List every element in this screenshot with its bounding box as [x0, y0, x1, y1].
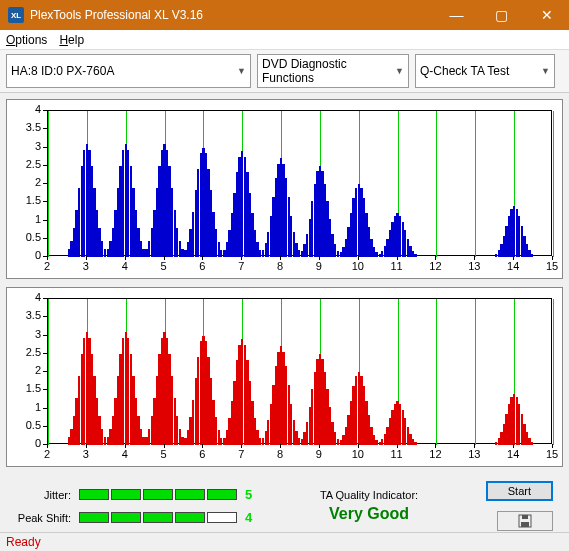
meter-seg	[79, 512, 109, 523]
meter-seg	[175, 489, 205, 500]
chart-bottom: 00.511.522.533.5423456789101112131415	[6, 287, 563, 467]
meter-seg	[175, 512, 205, 523]
ta-label: TA Quality Indicator:	[272, 489, 466, 501]
status-text: Ready	[6, 535, 41, 549]
titlebar: XL PlexTools Professional XL V3.16 ― ▢ ✕	[0, 0, 569, 30]
peakshift-label: Peak Shift:	[16, 512, 71, 524]
svg-rect-1	[522, 515, 528, 519]
jitter-meter	[79, 489, 237, 500]
meter-seg	[143, 512, 173, 523]
meter-seg	[111, 512, 141, 523]
meter-seg	[207, 489, 237, 500]
chevron-down-icon: ▼	[541, 66, 550, 76]
test-select[interactable]: Q-Check TA Test▼	[415, 54, 555, 88]
chevron-down-icon: ▼	[237, 66, 246, 76]
menu-options[interactable]: Options	[6, 33, 47, 47]
ta-value: Very Good	[272, 505, 466, 523]
minimize-button[interactable]: ―	[434, 0, 479, 30]
peakshift-value: 4	[245, 510, 252, 525]
function-select[interactable]: DVD Diagnostic Functions▼	[257, 54, 409, 88]
meter-seg	[143, 489, 173, 500]
jitter-row: Jitter: 5	[16, 487, 252, 502]
content-area: 00.511.522.533.5423456789101112131415 00…	[0, 93, 569, 543]
save-button[interactable]	[497, 511, 553, 531]
chevron-down-icon: ▼	[395, 66, 404, 76]
meter-seg	[207, 512, 237, 523]
meter-seg	[111, 489, 141, 500]
close-button[interactable]: ✕	[524, 0, 569, 30]
window-title: PlexTools Professional XL V3.16	[30, 8, 434, 22]
peakshift-meter	[79, 512, 237, 523]
jitter-label: Jitter:	[16, 489, 71, 501]
menubar: Options Help	[0, 30, 569, 50]
statusbar: Ready	[0, 532, 569, 551]
peakshift-row: Peak Shift: 4	[16, 510, 252, 525]
device-select[interactable]: HA:8 ID:0 PX-760A▼	[6, 54, 251, 88]
toolbar: HA:8 ID:0 PX-760A▼ DVD Diagnostic Functi…	[0, 50, 569, 93]
floppy-icon	[518, 514, 532, 528]
jitter-value: 5	[245, 487, 252, 502]
svg-rect-2	[521, 522, 529, 527]
menu-help[interactable]: Help	[59, 33, 84, 47]
start-button[interactable]: Start	[486, 481, 553, 501]
ta-indicator: TA Quality Indicator: Very Good	[272, 489, 466, 523]
maximize-button[interactable]: ▢	[479, 0, 524, 30]
meter-seg	[79, 489, 109, 500]
chart-top: 00.511.522.533.5423456789101112131415	[6, 99, 563, 279]
app-icon: XL	[8, 7, 24, 23]
metrics-panel: Jitter: 5 Peak Shift: 4 TA Quality Indic…	[6, 475, 563, 537]
